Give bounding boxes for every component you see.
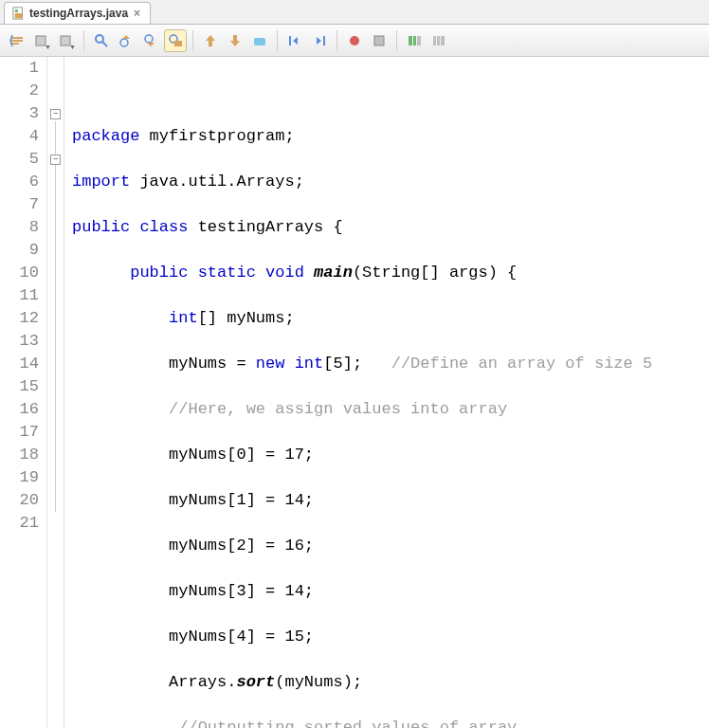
- code-line: myNums[0] = 17;: [72, 444, 652, 466]
- svg-point-6: [120, 39, 128, 46]
- editor-tab-bar: testingArrays.java ×: [0, 0, 709, 25]
- line-number: 11: [0, 284, 39, 307]
- line-number: 17: [0, 421, 39, 444]
- svg-point-2: [15, 9, 19, 13]
- svg-rect-1: [15, 13, 23, 18]
- line-number: 19: [0, 466, 39, 489]
- shift-left-button[interactable]: [283, 29, 306, 52]
- line-number: 20: [0, 489, 39, 512]
- toolbar-separator: [396, 30, 397, 51]
- toolbar-separator: [277, 30, 278, 51]
- line-number: 6: [0, 171, 39, 193]
- code-line: myNums = new int[5]; //Define an array o…: [72, 353, 652, 375]
- svg-rect-17: [417, 36, 421, 46]
- history-forward-button[interactable]: ▼: [55, 29, 78, 52]
- macro-stop-button[interactable]: [368, 29, 391, 52]
- code-line: Arrays.sort(myNums);: [72, 671, 652, 694]
- line-number: 3: [0, 102, 39, 125]
- svg-rect-13: [289, 36, 291, 46]
- comment-button[interactable]: [403, 29, 426, 52]
- svg-rect-14: [323, 36, 325, 46]
- shift-right-button[interactable]: [308, 29, 331, 52]
- toggle-bookmark-button[interactable]: [248, 29, 271, 52]
- code-line: public class testingArrays {: [72, 216, 652, 239]
- line-number: 9: [0, 239, 39, 262]
- fold-guide: [55, 121, 56, 512]
- svg-rect-16: [374, 36, 384, 46]
- svg-point-7: [145, 35, 153, 43]
- line-number: 7: [0, 193, 39, 216]
- line-number: 2: [0, 80, 39, 102]
- line-number: 13: [0, 330, 39, 353]
- uncomment-button[interactable]: [427, 29, 450, 52]
- java-file-icon: [12, 7, 26, 20]
- line-number: 4: [0, 125, 39, 148]
- svg-rect-10: [209, 41, 212, 46]
- source-button[interactable]: [6, 29, 28, 52]
- find-previous-button[interactable]: [115, 29, 137, 52]
- line-number: 5: [0, 148, 39, 171]
- svg-rect-19: [437, 36, 440, 46]
- code-editor[interactable]: 1 2 3 4 5 6 7 8 9 10 11 12 13 14 15 16 1…: [0, 57, 709, 728]
- line-number: 1: [0, 57, 39, 80]
- fold-toggle-icon[interactable]: −: [50, 155, 61, 165]
- line-number-gutter: 1 2 3 4 5 6 7 8 9 10 11 12 13 14 15 16 1…: [0, 57, 47, 728]
- code-line: [72, 80, 652, 102]
- code-line: myNums[3] = 14;: [72, 580, 652, 603]
- line-number: 8: [0, 216, 39, 239]
- find-next-button[interactable]: [139, 29, 162, 52]
- highlight-toggle-button[interactable]: [164, 29, 187, 52]
- svg-rect-18: [433, 36, 436, 46]
- fold-gutter: − −: [47, 57, 64, 728]
- editor-toolbar: ▼ ▼: [0, 25, 709, 57]
- code-line: int[] myNums;: [72, 307, 652, 330]
- tab-testingarrays[interactable]: testingArrays.java ×: [4, 2, 151, 24]
- line-number: 21: [0, 512, 39, 535]
- previous-bookmark-button[interactable]: [199, 29, 222, 52]
- code-line: myNums[2] = 16;: [72, 535, 652, 557]
- svg-rect-11: [233, 35, 237, 41]
- code-line: myNums[1] = 14;: [72, 489, 652, 512]
- svg-rect-20: [441, 36, 445, 46]
- svg-point-15: [350, 36, 359, 46]
- svg-point-5: [96, 35, 103, 43]
- fold-toggle-icon[interactable]: −: [50, 109, 61, 119]
- tab-label: testingArrays.java: [29, 7, 128, 20]
- code-line: //Here, we assign values into array: [72, 398, 652, 421]
- code-line: package myfirstprogram;: [72, 125, 652, 148]
- line-number: 14: [0, 353, 39, 375]
- code-line: public static void main(String[] args) {: [72, 262, 652, 284]
- svg-rect-9: [174, 41, 182, 46]
- toolbar-separator: [192, 30, 193, 51]
- code-content[interactable]: package myfirstprogram; import java.util…: [64, 57, 652, 728]
- code-line: myNums[4] = 15;: [72, 626, 652, 648]
- toolbar-separator: [336, 30, 337, 51]
- line-number: 12: [0, 307, 39, 330]
- code-line: import java.util.Arrays;: [72, 171, 652, 193]
- line-number: 16: [0, 398, 39, 421]
- line-number: 15: [0, 375, 39, 398]
- line-number: 18: [0, 444, 39, 466]
- history-back-button[interactable]: ▼: [30, 29, 53, 52]
- macro-record-button[interactable]: [343, 29, 366, 52]
- tab-close-icon[interactable]: ×: [132, 7, 142, 20]
- code-line: //Outputting sorted values of array: [72, 717, 652, 728]
- line-number: 10: [0, 262, 39, 284]
- next-bookmark-button[interactable]: [224, 29, 246, 52]
- svg-rect-12: [254, 38, 265, 46]
- toolbar-separator: [83, 30, 84, 51]
- find-selection-button[interactable]: [90, 29, 113, 52]
